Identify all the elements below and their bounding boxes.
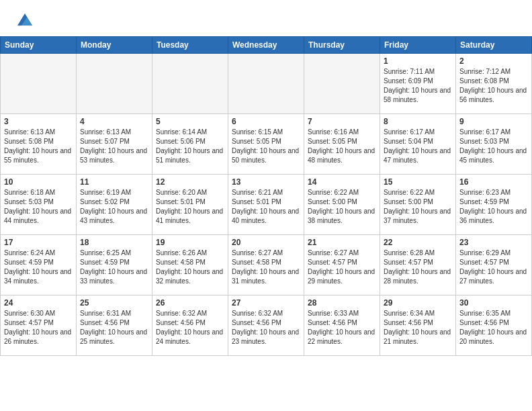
day-number: 8 xyxy=(384,117,452,126)
calendar-week-1: 1Sunrise: 7:11 AM Sunset: 6:09 PM Daylig… xyxy=(1,54,532,114)
day-info: Sunrise: 6:19 AM Sunset: 5:02 PM Dayligh… xyxy=(80,188,148,226)
day-info: Sunrise: 6:22 AM Sunset: 5:00 PM Dayligh… xyxy=(384,188,452,226)
day-info: Sunrise: 6:18 AM Sunset: 5:03 PM Dayligh… xyxy=(4,188,73,226)
day-number: 22 xyxy=(384,238,452,247)
calendar-cell: 12Sunrise: 6:20 AM Sunset: 5:01 PM Dayli… xyxy=(152,175,228,235)
day-number: 10 xyxy=(4,177,73,187)
day-number: 24 xyxy=(4,298,73,308)
day-number: 18 xyxy=(80,238,148,247)
dow-header-friday: Friday xyxy=(380,37,456,54)
day-info: Sunrise: 6:27 AM Sunset: 4:57 PM Dayligh… xyxy=(308,248,376,286)
calendar-cell: 28Sunrise: 6:33 AM Sunset: 4:56 PM Dayli… xyxy=(304,295,380,356)
dow-header-saturday: Saturday xyxy=(456,37,532,54)
days-of-week-row: SundayMondayTuesdayWednesdayThursdayFrid… xyxy=(1,37,532,54)
day-info: Sunrise: 6:32 AM Sunset: 4:56 PM Dayligh… xyxy=(156,309,224,347)
calendar-week-2: 3Sunrise: 6:13 AM Sunset: 5:08 PM Daylig… xyxy=(1,114,532,175)
day-info: Sunrise: 6:15 AM Sunset: 5:05 PM Dayligh… xyxy=(232,128,300,165)
day-number: 27 xyxy=(232,298,300,308)
dow-header-wednesday: Wednesday xyxy=(228,37,304,54)
day-info: Sunrise: 6:24 AM Sunset: 4:59 PM Dayligh… xyxy=(4,248,73,286)
day-info: Sunrise: 6:23 AM Sunset: 4:59 PM Dayligh… xyxy=(459,188,528,226)
calendar-cell: 14Sunrise: 6:22 AM Sunset: 5:00 PM Dayli… xyxy=(304,175,380,235)
dow-header-monday: Monday xyxy=(77,37,152,54)
day-info: Sunrise: 6:26 AM Sunset: 4:58 PM Dayligh… xyxy=(156,248,224,286)
calendar-cell: 4Sunrise: 6:13 AM Sunset: 5:07 PM Daylig… xyxy=(77,114,152,175)
logo-icon xyxy=(15,11,35,31)
calendar-cell: 16Sunrise: 6:23 AM Sunset: 4:59 PM Dayli… xyxy=(456,175,532,235)
calendar-cell: 8Sunrise: 6:17 AM Sunset: 5:04 PM Daylig… xyxy=(380,114,456,175)
day-info: Sunrise: 6:25 AM Sunset: 4:59 PM Dayligh… xyxy=(80,248,148,286)
calendar-body: 1Sunrise: 7:11 AM Sunset: 6:09 PM Daylig… xyxy=(1,54,532,356)
calendar-cell xyxy=(152,54,228,114)
day-info: Sunrise: 6:27 AM Sunset: 4:58 PM Dayligh… xyxy=(232,248,300,286)
page-header xyxy=(0,0,532,36)
day-number: 4 xyxy=(80,117,148,126)
calendar-cell: 3Sunrise: 6:13 AM Sunset: 5:08 PM Daylig… xyxy=(1,114,77,175)
day-number: 1 xyxy=(384,56,452,66)
day-number: 23 xyxy=(459,238,528,247)
day-number: 26 xyxy=(156,298,224,308)
calendar-cell: 22Sunrise: 6:28 AM Sunset: 4:57 PM Dayli… xyxy=(380,235,456,295)
calendar-cell xyxy=(77,54,152,114)
calendar-cell xyxy=(304,54,380,114)
day-info: Sunrise: 6:34 AM Sunset: 4:56 PM Dayligh… xyxy=(384,309,452,347)
calendar-cell: 7Sunrise: 6:16 AM Sunset: 5:05 PM Daylig… xyxy=(304,114,380,175)
calendar-cell: 19Sunrise: 6:26 AM Sunset: 4:58 PM Dayli… xyxy=(152,235,228,295)
day-info: Sunrise: 6:33 AM Sunset: 4:56 PM Dayligh… xyxy=(308,309,376,347)
calendar-cell: 11Sunrise: 6:19 AM Sunset: 5:02 PM Dayli… xyxy=(77,175,152,235)
calendar-cell: 2Sunrise: 7:12 AM Sunset: 6:08 PM Daylig… xyxy=(456,54,532,114)
day-number: 3 xyxy=(4,117,73,126)
calendar-cell: 15Sunrise: 6:22 AM Sunset: 5:00 PM Dayli… xyxy=(380,175,456,235)
dow-header-tuesday: Tuesday xyxy=(152,37,228,54)
day-info: Sunrise: 6:17 AM Sunset: 5:03 PM Dayligh… xyxy=(459,128,528,165)
day-info: Sunrise: 6:31 AM Sunset: 4:56 PM Dayligh… xyxy=(80,309,148,347)
logo xyxy=(13,11,35,31)
calendar-cell: 30Sunrise: 6:35 AM Sunset: 4:56 PM Dayli… xyxy=(456,295,532,356)
calendar-cell: 20Sunrise: 6:27 AM Sunset: 4:58 PM Dayli… xyxy=(228,235,304,295)
day-number: 9 xyxy=(459,117,528,126)
day-info: Sunrise: 6:35 AM Sunset: 4:56 PM Dayligh… xyxy=(459,309,528,347)
calendar-cell: 27Sunrise: 6:32 AM Sunset: 4:56 PM Dayli… xyxy=(228,295,304,356)
day-info: Sunrise: 6:14 AM Sunset: 5:06 PM Dayligh… xyxy=(156,128,224,165)
calendar-table: SundayMondayTuesdayWednesdayThursdayFrid… xyxy=(0,36,532,356)
day-info: Sunrise: 6:29 AM Sunset: 4:57 PM Dayligh… xyxy=(459,248,528,286)
day-number: 16 xyxy=(459,177,528,187)
day-number: 21 xyxy=(308,238,376,247)
calendar-cell: 17Sunrise: 6:24 AM Sunset: 4:59 PM Dayli… xyxy=(1,235,77,295)
calendar-cell: 23Sunrise: 6:29 AM Sunset: 4:57 PM Dayli… xyxy=(456,235,532,295)
calendar-cell: 13Sunrise: 6:21 AM Sunset: 5:01 PM Dayli… xyxy=(228,175,304,235)
day-number: 14 xyxy=(308,177,376,187)
calendar-cell: 9Sunrise: 6:17 AM Sunset: 5:03 PM Daylig… xyxy=(456,114,532,175)
calendar-cell: 29Sunrise: 6:34 AM Sunset: 4:56 PM Dayli… xyxy=(380,295,456,356)
calendar-cell xyxy=(1,54,77,114)
calendar-cell: 25Sunrise: 6:31 AM Sunset: 4:56 PM Dayli… xyxy=(77,295,152,356)
calendar-cell: 18Sunrise: 6:25 AM Sunset: 4:59 PM Dayli… xyxy=(77,235,152,295)
dow-header-sunday: Sunday xyxy=(1,37,77,54)
calendar-cell: 5Sunrise: 6:14 AM Sunset: 5:06 PM Daylig… xyxy=(152,114,228,175)
day-info: Sunrise: 6:13 AM Sunset: 5:08 PM Dayligh… xyxy=(4,128,73,165)
calendar-cell: 1Sunrise: 7:11 AM Sunset: 6:09 PM Daylig… xyxy=(380,54,456,114)
day-number: 20 xyxy=(232,238,300,247)
day-info: Sunrise: 6:13 AM Sunset: 5:07 PM Dayligh… xyxy=(80,128,148,165)
day-number: 25 xyxy=(80,298,148,308)
day-info: Sunrise: 6:22 AM Sunset: 5:00 PM Dayligh… xyxy=(308,188,376,226)
day-info: Sunrise: 6:28 AM Sunset: 4:57 PM Dayligh… xyxy=(384,248,452,286)
day-info: Sunrise: 6:20 AM Sunset: 5:01 PM Dayligh… xyxy=(156,188,224,226)
day-number: 30 xyxy=(459,298,528,308)
day-number: 17 xyxy=(4,238,73,247)
calendar-week-5: 24Sunrise: 6:30 AM Sunset: 4:57 PM Dayli… xyxy=(1,295,532,356)
calendar-week-4: 17Sunrise: 6:24 AM Sunset: 4:59 PM Dayli… xyxy=(1,235,532,295)
calendar-week-3: 10Sunrise: 6:18 AM Sunset: 5:03 PM Dayli… xyxy=(1,175,532,235)
day-info: Sunrise: 6:32 AM Sunset: 4:56 PM Dayligh… xyxy=(232,309,300,347)
day-number: 28 xyxy=(308,298,376,308)
day-info: Sunrise: 7:11 AM Sunset: 6:09 PM Dayligh… xyxy=(384,67,452,105)
day-number: 29 xyxy=(384,298,452,308)
day-number: 12 xyxy=(156,177,224,187)
calendar-cell: 21Sunrise: 6:27 AM Sunset: 4:57 PM Dayli… xyxy=(304,235,380,295)
dow-header-thursday: Thursday xyxy=(304,37,380,54)
day-number: 6 xyxy=(232,117,300,126)
day-info: Sunrise: 6:21 AM Sunset: 5:01 PM Dayligh… xyxy=(232,188,300,226)
day-number: 7 xyxy=(308,117,376,126)
calendar-cell: 10Sunrise: 6:18 AM Sunset: 5:03 PM Dayli… xyxy=(1,175,77,235)
calendar-cell xyxy=(228,54,304,114)
